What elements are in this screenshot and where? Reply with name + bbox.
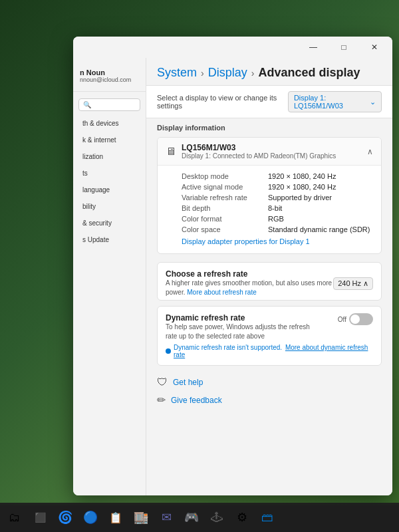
taskbar-chrome[interactable]: 🔵	[78, 505, 102, 529]
taskbar-store[interactable]: 🏬	[129, 505, 153, 529]
display-header-left: 🖥 LQ156M1/W03 Display 1: Connected to AM…	[166, 143, 336, 160]
section-title-display: Display information	[157, 124, 382, 132]
dynamic-refresh-card: Dynamic refresh rate To help save power,…	[157, 306, 382, 366]
refresh-header: Choose a refresh rate A higher rate give…	[158, 263, 381, 300]
taskbar-game2[interactable]: 🕹	[205, 505, 229, 529]
window-controls: — □ ✕	[298, 37, 390, 58]
breadcrumb: System › Display › Advanced display	[157, 66, 382, 80]
sidebar-item-accessibility[interactable]: bility	[76, 199, 143, 214]
monitor-icon: 🖥	[166, 146, 176, 158]
detail-label-colorformat: Color format	[182, 215, 268, 223]
dynamic-note-text: Dynamic refresh rate isn't supported. Mo…	[174, 344, 373, 358]
refresh-header-left: Choose a refresh rate A higher rate give…	[166, 269, 333, 297]
taskbar-terminal[interactable]: ⬛	[28, 505, 52, 529]
refresh-title: Choose a refresh rate	[166, 269, 333, 279]
maximize-button[interactable]: □	[329, 37, 359, 58]
dynamic-desc-text: To help save power, Windows adjusts the …	[166, 323, 310, 340]
dynamic-refresh-toggle[interactable]	[349, 313, 373, 325]
detail-label-bitdepth: Bit depth	[182, 204, 268, 212]
close-button[interactable]: ✕	[359, 37, 390, 58]
display-header[interactable]: 🖥 LQ156M1/W03 Display 1: Connected to AM…	[158, 138, 381, 166]
sidebar-item-language[interactable]: language	[76, 182, 143, 198]
detail-value-signal: 1920 × 1080, 240 Hz	[268, 183, 336, 191]
get-help-item[interactable]: 🛡 Get help	[157, 374, 382, 391]
refresh-control: 240 Hz ∧	[333, 277, 373, 290]
display-info-section: Display information 🖥 LQ156M1/W03 Displa…	[146, 124, 392, 262]
detail-value-colorspace: Standard dynamic range (SDR)	[268, 225, 370, 233]
taskbar-file-explorer[interactable]: 🗂	[3, 505, 27, 529]
window-body: n Noun nnoun@icloud.com 🔍 th & devices k…	[73, 58, 392, 495]
display-selector-label: Select a display to view or change its s…	[157, 94, 288, 110]
sidebar-item-apps[interactable]: ts	[76, 166, 143, 181]
refresh-value: 240 Hz	[338, 279, 361, 287]
detail-row-vrr: Variable refresh rate Supported by drive…	[182, 192, 373, 203]
user-profile: n Noun nnoun@icloud.com	[73, 63, 146, 92]
help-section: 🛡 Get help ✏ Give feedback	[146, 371, 392, 414]
detail-label-signal: Active signal mode	[182, 183, 268, 191]
title-bar: — □ ✕	[73, 37, 392, 58]
minimize-button[interactable]: —	[298, 37, 329, 58]
breadcrumb-display[interactable]: Display	[208, 66, 247, 80]
dynamic-note: Dynamic refresh rate isn't supported. Mo…	[166, 344, 373, 358]
breadcrumb-system[interactable]: System	[157, 66, 197, 80]
taskbar-settings[interactable]: ⚙	[230, 505, 254, 529]
dynamic-desc: To help save power, Windows adjusts the …	[166, 323, 321, 341]
user-name: n Noun	[80, 68, 139, 76]
display-name: LQ156M1/W03	[182, 143, 336, 152]
sidebar-item-update[interactable]: s Update	[76, 232, 143, 247]
detail-value-desktop: 1920 × 1080, 240 Hz	[268, 172, 336, 180]
detail-row-desktop: Desktop mode 1920 × 1080, 240 Hz	[182, 171, 373, 182]
display-dropdown-value: Display 1: LQ156M1/W03	[294, 94, 367, 110]
dot-icon	[166, 348, 171, 354]
taskbar: 🗂 ⬛ 🌀 🔵 📋 🏬 ✉ 🎮 🕹 ⚙ 🗃	[0, 503, 399, 532]
get-help-label: Get help	[173, 378, 203, 387]
display-info-card: 🖥 LQ156M1/W03 Display 1: Connected to AM…	[157, 137, 382, 254]
toggle-thumb	[350, 315, 360, 324]
breadcrumb-sep-2: ›	[251, 68, 255, 78]
detail-row-signal: Active signal mode 1920 × 1080, 240 Hz	[182, 182, 373, 192]
detail-row-colorformat: Color format RGB	[182, 213, 373, 224]
detail-row-colorspace: Color space Standard dynamic range (SDR)	[182, 224, 373, 235]
dynamic-title: Dynamic refresh rate	[166, 313, 338, 323]
taskbar-xbox[interactable]: 🎮	[180, 505, 203, 529]
taskbar-mail[interactable]: ✉	[154, 505, 178, 529]
give-feedback-icon: ✏	[157, 394, 166, 406]
display-dropdown[interactable]: Display 1: LQ156M1/W03 ⌄	[288, 91, 382, 112]
give-feedback-label: Give feedback	[171, 396, 222, 405]
display-selector-bar: Select a display to view or change its s…	[146, 85, 392, 118]
page-header: System › Display › Advanced display	[146, 58, 392, 85]
breadcrumb-sep-1: ›	[201, 68, 204, 78]
toggle-label: Off	[338, 316, 346, 323]
refresh-rate-card: Choose a refresh rate A higher rate give…	[157, 262, 382, 301]
display-subtitle: Display 1: Connected to AMD Radeon(TM) G…	[182, 152, 336, 160]
taskbar-files2[interactable]: 🗃	[255, 505, 279, 529]
breadcrumb-current: Advanced display	[258, 66, 360, 80]
taskbar-edge[interactable]: 🌀	[53, 505, 77, 529]
sidebar: n Noun nnoun@icloud.com 🔍 th & devices k…	[73, 58, 146, 495]
detail-row-bitdepth: Bit depth 8-bit	[182, 203, 373, 213]
display-dropdown-chevron: ⌄	[370, 98, 376, 106]
detail-label-desktop: Desktop mode	[182, 172, 268, 180]
refresh-more-link[interactable]: More about refresh rate	[187, 289, 257, 296]
user-email: nnoun@icloud.com	[80, 76, 139, 83]
sidebar-item-personalization[interactable]: lization	[76, 149, 143, 164]
search-input[interactable]	[94, 101, 136, 108]
detail-value-bitdepth: 8-bit	[268, 204, 282, 212]
refresh-desc: A higher rate gives smoother motion, but…	[166, 279, 333, 297]
detail-label-vrr: Variable refresh rate	[182, 194, 268, 201]
refresh-dropdown-chevron: ∧	[363, 279, 368, 288]
refresh-dropdown[interactable]: 240 Hz ∧	[333, 277, 373, 290]
display-title-block: LQ156M1/W03 Display 1: Connected to AMD …	[182, 143, 336, 160]
search-icon: 🔍	[83, 101, 91, 108]
give-feedback-item[interactable]: ✏ Give feedback	[157, 391, 382, 409]
dynamic-header: Dynamic refresh rate To help save power,…	[166, 313, 373, 341]
get-help-icon: 🛡	[157, 376, 168, 388]
toggle-container: Off	[338, 313, 373, 325]
search-bar[interactable]: 🔍	[78, 98, 140, 111]
sidebar-item-bluetooth[interactable]: th & devices	[76, 116, 143, 131]
detail-value-colorformat: RGB	[268, 215, 284, 223]
sidebar-item-network[interactable]: k & internet	[76, 132, 143, 148]
adapter-properties-link[interactable]: Display adapter properties for Display 1	[182, 235, 373, 248]
sidebar-item-security[interactable]: & security	[76, 215, 143, 231]
taskbar-notes[interactable]: 📋	[104, 505, 128, 529]
